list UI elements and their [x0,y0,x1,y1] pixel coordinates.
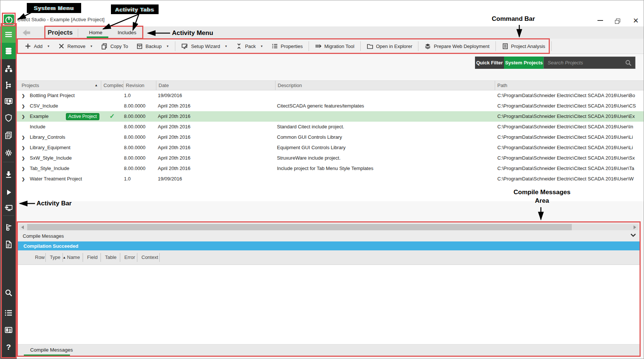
collapse-chevron-icon[interactable] [630,233,636,238]
report-file-icon [4,240,13,249]
table-row-selected[interactable]: ❯ExampleActive Project ✓ 8.00.0000 April… [17,111,644,122]
sidebar-item-runtime[interactable] [0,200,17,216]
table-row[interactable]: ❯Water Treatment Project 1.0 19/09/2016 … [17,174,644,184]
table-row[interactable]: ❯Library_Controls 8.00.0000 April 20th 2… [17,132,644,142]
sidebar-item-settings[interactable] [0,145,17,161]
bars-play-icon [315,43,322,49]
sidebar-item-compile[interactable] [0,166,17,183]
magnifier-icon[interactable] [625,59,632,67]
compile-messages-header-row[interactable]: Compile Messages [17,230,640,241]
sidebar-item-menu[interactable] [0,26,17,43]
column-header-context[interactable]: Context [137,253,160,262]
horizontal-scrollbar[interactable] [19,224,638,230]
dropdown-caret-icon[interactable]: ▼ [47,45,50,48]
expand-chevron-icon[interactable]: ❯ [22,153,30,163]
toolbar-separator [418,41,418,51]
expand-chevron-icon[interactable]: ❯ [22,90,30,101]
column-header-description[interactable]: Description [275,81,495,90]
table-row[interactable]: ❯Include 8.00.0000 April 20th 2016 Stand… [17,122,644,132]
search-icon [4,288,13,297]
copy-to-button[interactable]: Copy To [97,39,132,53]
log-panel-icon [4,326,13,334]
back-arrow-icon[interactable] [22,28,31,37]
minimize-button[interactable] [594,16,606,25]
pack-button[interactable]: Pack▼ [232,39,267,53]
column-header-field[interactable]: Field [83,253,101,262]
expand-chevron-icon[interactable]: ❯ [22,163,30,174]
expand-chevron-icon[interactable]: ❯ [22,101,30,111]
documents-icon [4,131,13,140]
annotation-label-activity-menu: Activity Menu [172,29,213,37]
restore-button[interactable] [612,16,624,25]
close-button[interactable]: ✕ [630,16,641,25]
column-header-error[interactable]: Error [120,253,137,262]
table-row[interactable]: ❯Bottling Plant Project 1.0 19/09/2016 C… [17,90,644,101]
scroll-left-icon[interactable] [21,225,24,229]
messages-table-header: Row Type▲ Name Field Table Error Context [17,250,640,265]
quick-filter-button[interactable]: Quick Filter [475,57,504,69]
tab-compile-messages[interactable]: Compile Messages [30,347,73,353]
bullet-list-icon [4,308,13,317]
system-menu-button[interactable] [4,15,14,25]
sidebar-item-log-panel[interactable] [0,322,17,338]
run-play-icon [4,188,13,197]
sidebar-item-report[interactable] [0,236,17,253]
column-header-projects[interactable]: Projects▲ [17,81,101,90]
backup-button[interactable]: Backup▼ [132,39,173,53]
search-projects-input[interactable] [544,60,625,65]
column-header-table[interactable]: Table [101,253,120,262]
annotation-label-compile-area: Compile Messages Area [505,188,579,205]
topology-icon [4,64,13,73]
table-row[interactable]: ❯Library_Equipment 8.00.0000 April 20th … [17,142,644,153]
tab-home[interactable]: Home [89,30,102,35]
table-row[interactable]: ❯CSV_Include 8.00.0000 April 20th 2016 C… [17,101,644,111]
column-header-date[interactable]: Date [156,81,275,90]
open-in-explorer-button[interactable]: Open in Explorer [363,39,417,53]
project-analysis-button[interactable]: Project Analysis [498,39,549,53]
sidebar-item-run[interactable] [0,184,17,201]
bullet-list-icon [271,43,278,49]
column-header-revision[interactable]: Revision [123,81,156,90]
sidebar-item-documents[interactable] [0,127,17,144]
sidebar-item-flag[interactable] [0,219,17,235]
prepare-web-deployment-button[interactable]: Prepare Web Deployment [420,39,493,53]
scrollbar-thumb[interactable] [27,224,572,230]
remove-button[interactable]: Remove▼ [54,39,97,53]
sidebar-item-security[interactable] [0,110,17,126]
scroll-right-icon[interactable] [634,225,636,229]
sidebar-item-visualization[interactable] [0,93,17,110]
properties-button[interactable]: Properties [267,39,307,53]
column-header-type[interactable]: Type▲ [46,253,63,262]
tab-includes[interactable]: Includes [118,30,136,35]
compile-download-icon [4,170,13,179]
sidebar-item-projects[interactable] [0,43,17,59]
table-row[interactable]: ❯Tab_Style_Include 8.00.0000 April 20th … [17,163,644,174]
table-row[interactable]: ❯SxW_Style_Include 8.00.0000 April 20th … [17,153,644,163]
sidebar-item-search[interactable] [0,285,17,301]
system-projects-button[interactable]: System Projects [504,57,544,69]
sidebar-item-list[interactable] [0,305,17,321]
expand-chevron-icon[interactable]: ❯ [22,174,30,184]
expand-chevron-icon[interactable]: ❯ [22,142,30,153]
expand-chevron-icon[interactable]: ❯ [22,111,30,122]
citect-studio-window: Citect Studio - Example [Active Project]… [0,0,644,359]
add-button[interactable]: Add▼ [20,39,54,53]
system-model-tree-icon [4,81,13,90]
column-header-compiled[interactable]: Compiled [101,81,123,90]
migration-tool-button[interactable]: Migration Tool [311,39,358,53]
monitor-pencil-icon [181,43,188,49]
dropdown-caret-icon[interactable]: ▼ [90,45,93,48]
column-header-row[interactable]: Row [31,253,46,262]
column-header-name[interactable]: Name [63,253,83,262]
settings-gear-icon [4,148,13,157]
sidebar-item-help[interactable]: ? [0,339,17,355]
sidebar-item-system-model[interactable] [0,77,17,93]
dropdown-caret-icon[interactable]: ▼ [260,45,263,48]
dropdown-caret-icon[interactable]: ▼ [166,45,169,48]
column-header-path[interactable]: Path [495,81,644,90]
sidebar-item-topology[interactable] [0,61,17,77]
expand-chevron-icon[interactable]: ❯ [22,132,30,142]
title-bar: Citect Studio - Example [Active Project]… [0,0,644,26]
dropdown-caret-icon[interactable]: ▼ [224,45,227,48]
setup-wizard-button[interactable]: Setup Wizard▼ [177,39,232,53]
